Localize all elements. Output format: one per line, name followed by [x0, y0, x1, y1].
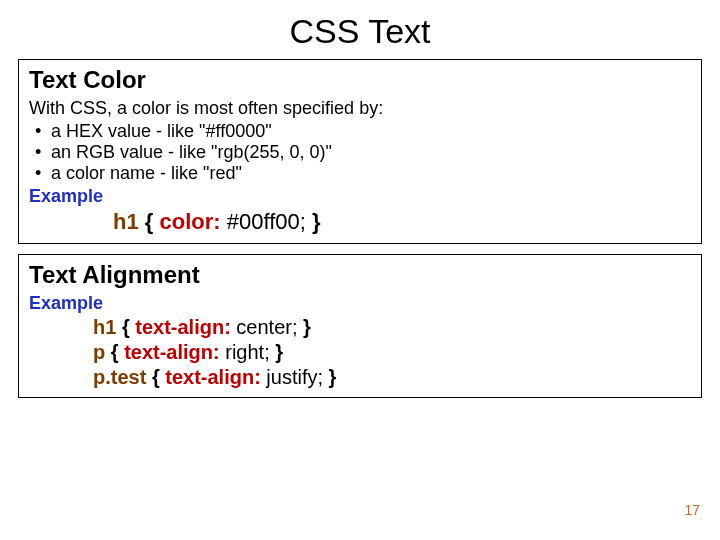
example-label: Example	[29, 186, 691, 207]
example-label: Example	[29, 293, 691, 314]
bullet-list: a HEX value - like "#ff0000" an RGB valu…	[29, 121, 691, 184]
section-text-alignment: Text Alignment Example h1 { text-align: …	[18, 254, 702, 398]
code-property: color:	[159, 209, 220, 234]
intro-text: With CSS, a color is most often specifie…	[29, 98, 691, 119]
code-selector: h1	[93, 316, 116, 338]
code-value: justify;	[261, 366, 329, 388]
code-block: h1 { text-align: center; } p { text-alig…	[29, 316, 691, 389]
code-brace-close: }	[275, 341, 283, 363]
code-brace-open: {	[116, 316, 135, 338]
code-brace-open: {	[146, 366, 165, 388]
code-brace-open: {	[105, 341, 124, 363]
code-brace-open: {	[139, 209, 160, 234]
bullet-item: a HEX value - like "#ff0000"	[29, 121, 691, 142]
section-text-color: Text Color With CSS, a color is most oft…	[18, 59, 702, 244]
page-number: 17	[684, 502, 700, 518]
code-property: text-align:	[165, 366, 261, 388]
code-example-line: h1 { color: #00ff00; }	[113, 209, 691, 235]
code-brace-close: }	[312, 209, 321, 234]
code-property: text-align:	[135, 316, 231, 338]
code-value: center;	[231, 316, 303, 338]
code-value: #00ff00;	[221, 209, 312, 234]
code-property: text-align:	[124, 341, 220, 363]
code-brace-close: }	[303, 316, 311, 338]
slide: CSS Text Text Color With CSS, a color is…	[0, 0, 720, 540]
code-example-line: h1 { text-align: center; }	[93, 316, 691, 339]
code-value: right;	[220, 341, 276, 363]
bullet-item: a color name - like "red"	[29, 163, 691, 184]
code-selector: h1	[113, 209, 139, 234]
code-selector: p	[93, 341, 105, 363]
bullet-item: an RGB value - like "rgb(255, 0, 0)"	[29, 142, 691, 163]
code-brace-close: }	[329, 366, 337, 388]
code-example-line: p { text-align: right; }	[93, 341, 691, 364]
code-example-line: p.test { text-align: justify; }	[93, 366, 691, 389]
heading-text-color: Text Color	[29, 66, 691, 94]
slide-title: CSS Text	[18, 12, 702, 51]
code-selector: p.test	[93, 366, 146, 388]
heading-text-alignment: Text Alignment	[29, 261, 691, 289]
